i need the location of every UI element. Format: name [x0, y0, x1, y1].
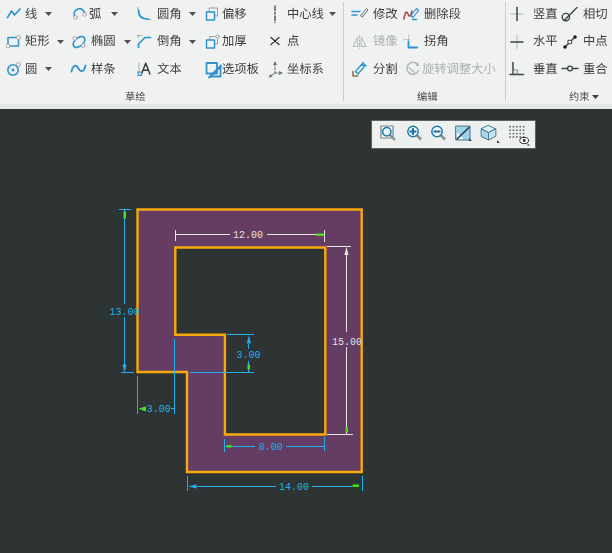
svg-text:3.00: 3.00: [237, 350, 261, 361]
svg-text:15.00: 15.00: [332, 337, 362, 348]
svg-text:13.00: 13.00: [109, 307, 139, 318]
svg-text:12.00: 12.00: [233, 230, 263, 241]
svg-text:3.00: 3.00: [147, 404, 171, 415]
svg-text:8.00: 8.00: [259, 442, 283, 453]
svg-text:14.00: 14.00: [279, 482, 309, 493]
